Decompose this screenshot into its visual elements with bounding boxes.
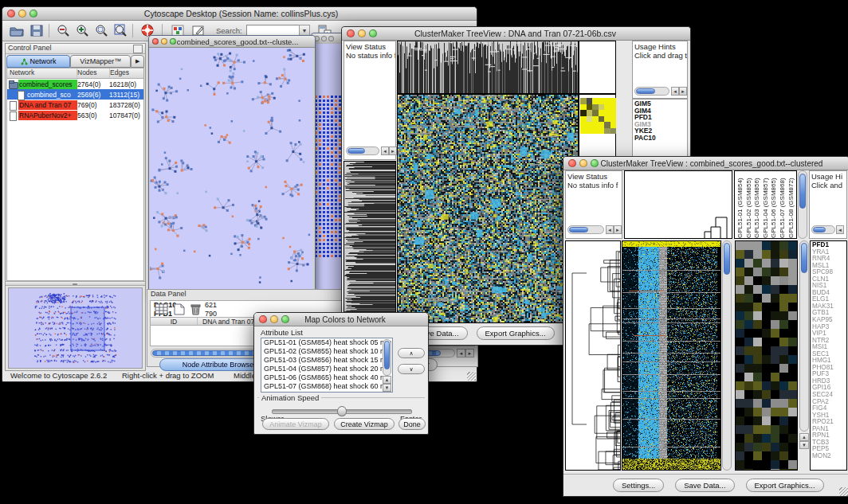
window-controls[interactable] xyxy=(7,10,37,18)
col-header-network[interactable]: Network xyxy=(7,68,77,78)
tv2-column-label[interactable]: GPL51-06 (GSM865) xyxy=(770,171,779,238)
minimize-button[interactable] xyxy=(321,36,327,41)
main-title-bar[interactable]: Cytoscape Desktop (Session Name: collins… xyxy=(2,7,477,21)
close-button[interactable] xyxy=(152,38,159,45)
animate-vizmap-button[interactable]: Animate Vizmap xyxy=(262,418,329,430)
scroll-left-arrow[interactable]: ◄ xyxy=(836,225,844,234)
network-canvas[interactable] xyxy=(150,48,312,294)
attribute-vscrollbar[interactable] xyxy=(383,339,391,376)
panel-divider[interactable] xyxy=(6,281,145,286)
scroll-down-arrow[interactable]: ▼ xyxy=(799,441,809,449)
zoom-button[interactable] xyxy=(170,38,176,45)
minimize-button[interactable] xyxy=(161,38,167,45)
tv1-similarity-matrix[interactable] xyxy=(580,98,616,134)
minimize-button[interactable] xyxy=(358,29,366,37)
create-vizmap-button[interactable]: Create Vizmap xyxy=(334,418,395,430)
tv1-column-label[interactable] xyxy=(609,41,614,93)
tv1-gene-label[interactable]: PAC10 xyxy=(634,135,687,142)
scroll-left-arrow[interactable]: ◄ xyxy=(671,87,679,96)
close-button[interactable] xyxy=(568,159,576,167)
network-row[interactable]: combined_scores 2764(0) 16218(0) xyxy=(7,79,143,89)
zoom-in-icon[interactable] xyxy=(74,23,90,38)
tv2-zoom-heatmap[interactable] xyxy=(735,240,798,471)
background-network-canvas[interactable] xyxy=(314,94,344,258)
zoom-button[interactable] xyxy=(281,315,289,323)
tv2-column-dendrogram[interactable] xyxy=(624,170,732,239)
tv1-status-hscrollbar[interactable] xyxy=(346,147,379,155)
tv2-column-label[interactable]: GPL51-02 (GSM855) xyxy=(745,171,754,238)
tv2-column-label[interactable]: GPL51-01 (GSM854) xyxy=(736,171,745,238)
tv2-heatmap-vscrollbar[interactable] xyxy=(722,240,732,471)
tv2-global-heatmap[interactable] xyxy=(622,240,721,471)
scroll-up-arrow[interactable]: ▲ xyxy=(799,433,809,441)
close-button[interactable] xyxy=(7,10,15,18)
scroll-left-arrow[interactable]: ◄ xyxy=(381,147,389,155)
tv1-hints-hscrollbar[interactable] xyxy=(634,87,669,96)
tabs-overflow-arrow[interactable]: ▶ xyxy=(131,55,144,68)
tv2-column-label[interactable]: GPL51-04 (GSM857) xyxy=(762,171,771,238)
tv2-header-vscrollbar[interactable] xyxy=(798,170,807,239)
tab-network[interactable]: Network xyxy=(6,55,70,68)
attribute-item[interactable]: GPL51-07 (GSM868) heat shock 60 min xyxy=(261,382,392,391)
tv2-row-dendrogram[interactable] xyxy=(565,240,621,471)
tv1-button[interactable]: Export Graphics... xyxy=(477,326,555,340)
minimize-button[interactable] xyxy=(18,10,26,18)
tv2-column-label[interactable]: GPL51-07 (GSM868) xyxy=(779,171,787,238)
tv1-column-label[interactable] xyxy=(586,41,591,93)
float-panel-icon[interactable] xyxy=(133,45,143,53)
tv2-gene-label[interactable]: MON2 xyxy=(812,453,846,460)
col-header-edges[interactable]: Edges xyxy=(110,68,143,78)
minimize-button[interactable] xyxy=(270,315,278,323)
tv1-column-label[interactable] xyxy=(592,41,598,93)
tv2-hints-hscrollbar[interactable] xyxy=(811,225,835,234)
attribute-listbox[interactable]: GPL51-01 (GSM854) heat shock 05 minGPL51… xyxy=(261,338,393,393)
scroll-down-arrow[interactable]: ▼ xyxy=(383,384,391,392)
zoom-button[interactable] xyxy=(29,10,37,18)
tab-vizmapper[interactable]: VizMapper™ xyxy=(70,55,131,68)
close-button[interactable] xyxy=(347,29,355,37)
scroll-right-arrow[interactable]: ► xyxy=(389,147,397,155)
zoom-button[interactable] xyxy=(328,36,334,41)
main-resize-grip[interactable] xyxy=(467,372,476,381)
data-col-id[interactable]: ID xyxy=(151,318,198,325)
scroll-up-arrow[interactable]: ▲ xyxy=(383,376,391,384)
open-file-icon[interactable] xyxy=(9,23,25,38)
close-button[interactable] xyxy=(259,315,267,323)
attribute-item[interactable]: GPL51-04 (GSM857) heat shock 20 min xyxy=(261,365,392,373)
attribute-item[interactable]: GPL51-01 (GSM854) heat shock 05 min xyxy=(261,338,392,347)
move-up-button[interactable]: ∧ xyxy=(398,348,425,358)
col-header-nodes[interactable]: Nodes xyxy=(77,68,110,78)
tv2-column-label[interactable]: GPL51-08 (GSM872) xyxy=(787,171,796,238)
tv2-button[interactable]: Export Graphics... xyxy=(746,479,824,492)
tv1-column-dendrogram[interactable] xyxy=(397,41,579,94)
attribute-item[interactable]: GPL51-02 (GSM855) heat shock 10 min xyxy=(261,347,392,356)
tv2-resize-grip[interactable] xyxy=(839,487,848,496)
zoom-out-icon[interactable] xyxy=(55,23,71,38)
save-icon[interactable] xyxy=(29,23,45,38)
scroll-left-arrow[interactable]: ◄ xyxy=(457,349,465,357)
tv2-status-hscrollbar[interactable] xyxy=(567,225,604,234)
zoom-button[interactable] xyxy=(591,159,599,167)
done-button[interactable]: Done xyxy=(398,418,426,430)
tv2-button[interactable]: Settings... xyxy=(613,479,664,492)
move-down-button[interactable]: ∨ xyxy=(398,364,425,374)
network-overview-panel[interactable] xyxy=(8,287,143,369)
attribute-item[interactable]: GPL51-03 (GSM856) heat shock 15 min xyxy=(261,356,392,365)
animation-speed-slider[interactable] xyxy=(272,409,412,414)
slider-thumb[interactable] xyxy=(337,406,347,416)
network-row[interactable]: combined_sco 2569(6) 13112(15) xyxy=(7,89,143,100)
zoom-selected-icon[interactable] xyxy=(93,23,109,38)
tv2-button[interactable]: Save Data... xyxy=(675,479,734,492)
zoom-button[interactable] xyxy=(369,29,377,37)
tv1-heatmap[interactable] xyxy=(397,94,579,323)
tv2-column-label[interactable]: GPL51-03 (GSM856) xyxy=(753,171,762,238)
zoom-fit-icon[interactable] xyxy=(112,23,128,38)
attribute-item[interactable]: GPL51-06 (GSM865) heat shock 40 min xyxy=(261,373,392,382)
network-row[interactable]: DNA and Tran 07 769(0) 183728(0) xyxy=(7,100,143,110)
scroll-right-arrow[interactable]: ► xyxy=(465,349,474,357)
minimize-button[interactable] xyxy=(579,159,587,167)
network-row[interactable]: RNAPuberNov2+ 563(0) 107847(0) xyxy=(7,110,143,120)
tv2-genelist-vscrollbar[interactable] xyxy=(799,240,809,432)
tv1-row-dendrogram[interactable] xyxy=(344,161,396,323)
scroll-right-arrow[interactable]: ► xyxy=(614,225,622,234)
